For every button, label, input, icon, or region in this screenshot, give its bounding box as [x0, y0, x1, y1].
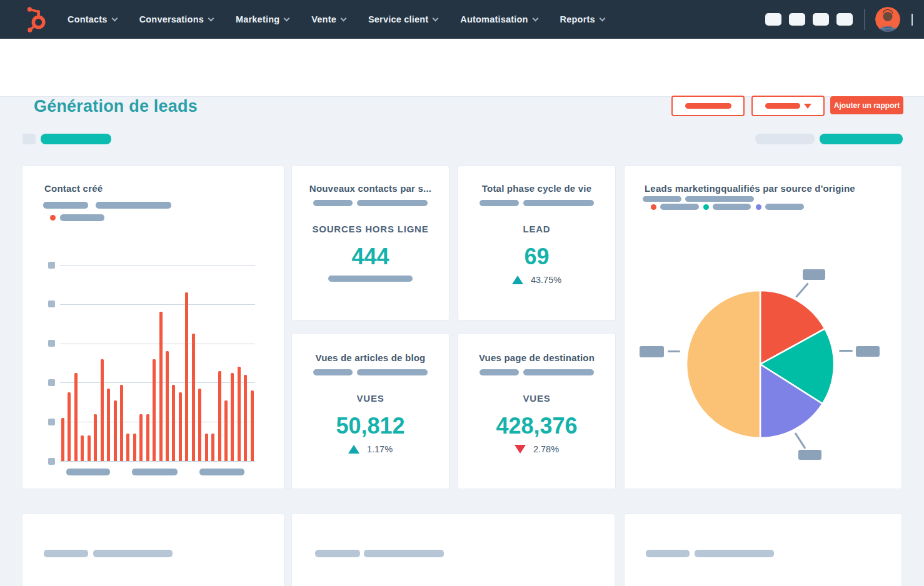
- legend-dot-red: [651, 204, 656, 210]
- hubspot-sprocket-icon: [22, 6, 49, 33]
- bar: [101, 359, 104, 461]
- footer-placeholder-row: [292, 276, 449, 282]
- subtitle-placeholder: [685, 196, 754, 202]
- filter-checkbox-placeholder[interactable]: [23, 134, 36, 144]
- hubspot-logo[interactable]: [21, 5, 50, 34]
- page-header: Génération de leads Ajouter un rapport: [0, 39, 924, 97]
- subtitle-placeholder: [96, 202, 171, 209]
- nav-item-label: Vente: [311, 14, 336, 24]
- title-placeholder: [695, 550, 774, 557]
- button-label-placeholder: [765, 103, 800, 109]
- card-title: Total phase cycle de vie: [458, 183, 615, 194]
- bar: [114, 400, 117, 461]
- subtitle-placeholder: [313, 369, 353, 375]
- filter-link-placeholder[interactable]: [41, 134, 111, 144]
- bar: [172, 385, 175, 461]
- pie-callout-line: [839, 350, 853, 352]
- subtitle-placeholder-row: [292, 369, 449, 375]
- bar: [88, 435, 91, 461]
- chevron-down-icon: [599, 15, 605, 21]
- nav-item-conversations[interactable]: Conversations: [139, 14, 213, 24]
- toolbar-icon-button-1[interactable]: [765, 13, 781, 26]
- bar: [238, 367, 241, 461]
- delta-value: 2.78%: [533, 444, 559, 454]
- y-tick-placeholder: [48, 340, 55, 347]
- bar: [146, 414, 149, 461]
- metric-value: 444: [292, 244, 449, 270]
- card-bottom-center: [291, 514, 615, 586]
- nav-item-contacts[interactable]: Contacts: [68, 14, 117, 24]
- avatar-menu-chevron[interactable]: [906, 14, 913, 25]
- metric-label: SOURCES HORS LIGNE: [292, 224, 449, 234]
- delta-value: 1.17%: [367, 444, 393, 454]
- title-placeholder: [44, 550, 88, 557]
- delta-value: 43.75%: [531, 275, 561, 285]
- card-bottom-left: [22, 514, 284, 586]
- card-title: Leads marketingqualifiés par source d'or…: [645, 183, 855, 194]
- subtitle-placeholder: [523, 200, 594, 206]
- chevron-down-icon: [284, 15, 290, 21]
- pie-callout-placeholder: [856, 346, 880, 357]
- legend-label-placeholder: [660, 204, 699, 210]
- nav-item-reports[interactable]: Reports: [560, 14, 605, 24]
- toolbar-icon-button-3[interactable]: [813, 13, 829, 26]
- x-label-placeholder: [132, 469, 178, 475]
- delta-arrow-icon: [512, 276, 523, 284]
- bar: [244, 375, 247, 461]
- metric-label: LEAD: [458, 224, 615, 234]
- chevron-down-icon: [208, 15, 214, 21]
- nav-item-automatisation[interactable]: Automatisation: [460, 14, 537, 24]
- range-link-placeholder[interactable]: [820, 134, 903, 144]
- nav-item-vente[interactable]: Vente: [311, 14, 346, 24]
- toolbar-icon-button-4[interactable]: [836, 13, 853, 26]
- delta-row: 43.75%: [458, 275, 615, 285]
- delta-row: 1.17%: [292, 444, 449, 454]
- bar: [211, 434, 214, 461]
- bar: [251, 390, 254, 461]
- bar: [231, 373, 234, 461]
- card-contact-cree: Contact créé: [22, 166, 284, 489]
- bar: [120, 385, 123, 461]
- pie-callout-line: [668, 350, 680, 352]
- bar-chart-bars: [61, 265, 254, 461]
- bar: [153, 359, 156, 461]
- bar: [198, 389, 201, 461]
- toolbar-icon-button-2[interactable]: [789, 13, 805, 26]
- bar: [133, 434, 136, 461]
- delta-arrow-icon: [348, 445, 359, 454]
- title-placeholder: [646, 550, 690, 557]
- nav-item-service-client[interactable]: Service client: [368, 14, 438, 24]
- actions-dropdown-button[interactable]: [751, 96, 825, 116]
- nav-item-label: Reports: [560, 14, 595, 24]
- bar: [68, 392, 71, 461]
- page-title: Génération de leads: [34, 97, 198, 116]
- subtitle-placeholder: [357, 200, 428, 206]
- legend-dot-teal: [703, 204, 709, 210]
- x-label-placeholder: [66, 469, 110, 475]
- navbar-actions: [765, 0, 924, 39]
- bar: [205, 434, 208, 461]
- y-tick-placeholder: [48, 419, 55, 425]
- legend-label-placeholder: [60, 214, 104, 221]
- metric-value: 50,812: [292, 413, 449, 439]
- nav-item-marketing[interactable]: Marketing: [236, 14, 289, 24]
- pie-callout-placeholder: [798, 450, 821, 460]
- subtitle-placeholder: [313, 200, 353, 206]
- title-placeholder: [364, 550, 444, 557]
- title-placeholder: [315, 550, 360, 557]
- y-tick-placeholder: [48, 379, 55, 386]
- card-nouveaux-contacts: Nouveaux contacts par s... SOURCES HORS …: [291, 166, 449, 320]
- y-tick-placeholder: [48, 458, 55, 465]
- bar: [81, 435, 84, 461]
- user-avatar[interactable]: [875, 7, 900, 32]
- title-placeholder: [93, 550, 173, 557]
- footer-placeholder: [328, 276, 413, 282]
- legend-label-placeholder: [765, 204, 804, 210]
- delta-row: 2.78%: [458, 444, 615, 454]
- card-title: Nouveaux contacts par s...: [292, 183, 449, 194]
- nav-item-label: Automatisation: [460, 14, 528, 24]
- card-title: Vues de articles de blog: [292, 352, 449, 363]
- chevron-down-icon: [341, 15, 347, 21]
- date-filter-button[interactable]: [671, 96, 745, 116]
- add-report-button[interactable]: Ajouter un rapport: [830, 96, 903, 114]
